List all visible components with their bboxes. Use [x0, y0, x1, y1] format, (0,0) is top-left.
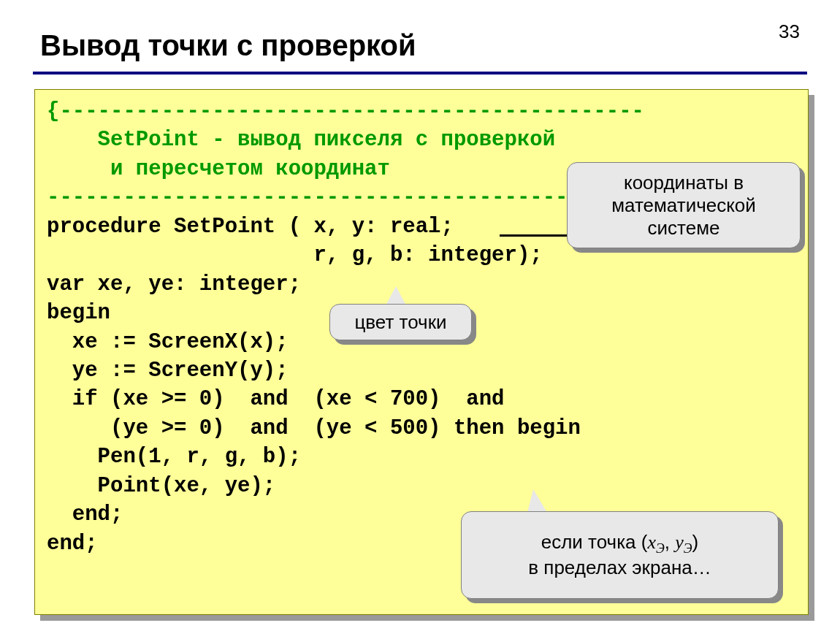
callout-color: цвет точки [329, 304, 472, 340]
code-line: var xe, ye: integer; [47, 272, 301, 297]
title-rule [33, 72, 807, 74]
code-line: r, g, b: integer); [47, 243, 543, 267]
code-line: begin [47, 301, 110, 325]
page-title: Вывод точки с проверкой [40, 29, 416, 62]
code-line: if (xe >= 0) and (xe < 700) and [47, 387, 505, 411]
connector-line [500, 234, 569, 237]
slide: 33 Вывод точки с проверкой {------------… [0, 0, 840, 631]
code-line: xe := ScreenX(x); [47, 330, 289, 354]
code-line: (ye >= 0) and (ye < 500) then begin [47, 416, 581, 440]
comment-line: {---------------------------------------… [47, 99, 644, 123]
comment-line: SetPoint - вывод пикселя с проверкой [47, 128, 555, 152]
code-line: ye := ScreenY(y); [47, 359, 289, 383]
callout-pointer [386, 286, 406, 305]
callout-text: координаты в математической системе [581, 172, 787, 240]
code-line: end; [47, 502, 123, 527]
callout-text: цвет точки [354, 311, 446, 334]
callout-text: если точка (xЭ, yЭ) в пределах экрана… [528, 531, 711, 579]
comment-line: ----------------------------------------… [47, 186, 657, 210]
code-line: Pen(1, r, g, b); [47, 445, 301, 469]
code-line: end; [47, 532, 98, 556]
comment-line: и пересчетом координат [47, 157, 390, 181]
code-line: procedure SetPoint ( x, y: real; [47, 215, 454, 239]
code-line: Point(xe, ye); [47, 474, 275, 498]
page-number: 33 [779, 20, 800, 43]
callout-coords: координаты в математической системе [567, 162, 801, 248]
callout-bounds: если точка (xЭ, yЭ) в пределах экрана… [461, 511, 779, 599]
